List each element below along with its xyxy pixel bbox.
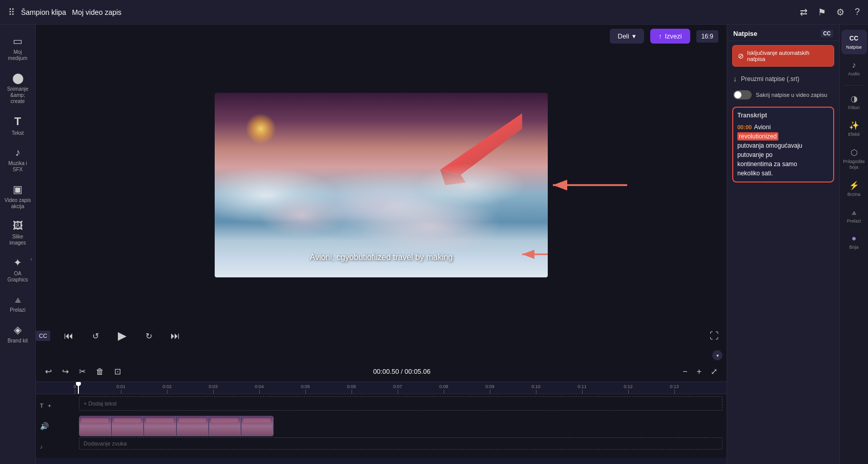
cc-button[interactable]: CC — [36, 331, 50, 341]
ruler-mark-8: 0:08 — [444, 382, 490, 394]
sidebar-label-transitions: Prelazi — [10, 307, 26, 313]
share-button[interactable]: Deli ▾ — [610, 29, 644, 44]
video-clip-group[interactable] — [79, 416, 274, 436]
video-preview[interactable]: Avioni, cgyobutiofiized travel by making — [215, 93, 548, 277]
help-icon[interactable]: ? — [855, 7, 860, 17]
audio-track-add-area[interactable]: Dodavanje zvuka — [79, 437, 722, 450]
timeline-scrollbar[interactable] — [36, 458, 727, 464]
filters-panel-icon: ◑ — [851, 94, 858, 104]
ruler-mark-13: 0:13 — [674, 382, 720, 394]
grid-icon[interactable]: ⠿ — [8, 7, 15, 18]
sidebar-item-video-action[interactable]: ▣ Video zapis akcija — [2, 179, 34, 214]
settings-icon[interactable]: ⚙ — [836, 7, 844, 18]
color-adjust-panel-icon: ⬡ — [851, 148, 858, 157]
time-display-text: 00:00.50 / 00:05.06 — [373, 368, 430, 375]
topbar-icons: ⇄ ⚑ ⚙ ? — [800, 7, 860, 18]
sidebar-item-images[interactable]: 🖼 Slike images — [2, 216, 34, 250]
rewind5-button[interactable]: ↺ — [87, 328, 104, 344]
sidebar-item-my-media[interactable]: ▭ Moj medijum — [2, 31, 34, 66]
timeline-collapse-button[interactable]: ▾ — [712, 350, 722, 360]
timeline-toolbar: ↩ ↪ ✂ 🗑 ⊡ 00:00.50 / 00:05.06 − + ⤢ — [36, 361, 727, 382]
clouds-extra — [225, 175, 538, 252]
play-button[interactable]: ▶ — [114, 328, 130, 344]
right-sidebar-item-transitions[interactable]: ⟁ Prelazi — [841, 204, 867, 228]
skip-back-icon: ⏮ — [64, 331, 73, 341]
flag-icon[interactable]: ⚑ — [818, 7, 826, 18]
sidebar-item-brand-kit[interactable]: ◈ Brand kit — [2, 319, 34, 348]
transcript-time: 00:00 — [737, 124, 752, 130]
add-audio-label: Dodavanje zvuka — [84, 440, 127, 447]
volume-icon: 🔊 — [40, 422, 49, 430]
disable-captions-button[interactable]: ⊘ Isključivanje automatskih natpisa — [732, 45, 834, 67]
fullscreen-button[interactable]: ⛶ — [706, 328, 722, 344]
sidebar-label-video-action: Video zapis akcija — [4, 197, 32, 210]
text-track-row: T + + Dodaj tekst — [36, 396, 727, 415]
aspect-ratio-button[interactable]: 16:9 — [696, 30, 718, 43]
clip-segment-5 — [209, 416, 241, 436]
right-sidebar-item-audio[interactable]: ♪ Audio — [841, 56, 867, 81]
redo-button[interactable]: ↪ — [59, 365, 72, 378]
transcript-word-5: kontinentima za samo — [737, 160, 797, 168]
share-link-icon[interactable]: ⇄ — [800, 7, 808, 18]
transcript-title: Transkript — [737, 112, 829, 119]
text-icon: T — [14, 115, 21, 128]
skip-forward-icon: ⏭ — [171, 331, 180, 341]
right-sidebar-item-filters[interactable]: ◑ Filtori — [841, 90, 867, 115]
sidebar-item-transitions[interactable]: ⟁ Prelazi — [2, 289, 34, 317]
undo-button[interactable]: ↩ — [42, 365, 55, 378]
duplicate-button[interactable]: ⊡ — [111, 365, 124, 378]
download-label: Preuzmi natpise (.srt) — [741, 75, 799, 83]
cut-button[interactable]: ✂ — [76, 365, 89, 378]
hide-captions-toggle[interactable] — [733, 90, 752, 99]
right-sidebar-item-captions[interactable]: CC Natpise — [841, 30, 867, 54]
effects-panel-label: Efekti — [848, 132, 860, 137]
brand-name: Šampion klipa — [21, 8, 66, 16]
download-icon: ↓ — [733, 75, 737, 83]
music-note-icon: ♪ — [40, 443, 43, 450]
transcript-content: 00:00 Avioni revolutionized putovanja om… — [737, 122, 829, 177]
captions-panel-icon: CC — [848, 34, 860, 43]
images-icon: 🖼 — [13, 220, 23, 232]
text-track-content[interactable]: + Dodaj tekst — [79, 396, 722, 415]
playhead-ruler — [78, 382, 79, 394]
right-panel: Natpise CC ⊘ Isključivanje automatskih n… — [727, 25, 839, 464]
download-srt-button[interactable]: ↓ Preuzmi natpise (.srt) — [727, 71, 839, 87]
export-button[interactable]: ↑ Izvezi — [650, 29, 690, 44]
delete-button[interactable]: 🗑 — [93, 365, 107, 378]
text-track-add-btn[interactable]: + — [46, 402, 54, 410]
video-toolbar: Deli ▾ ↑ Izvezi 16:9 — [36, 25, 727, 48]
video-controls: CC ⏮ ↺ ▶ ↻ ⏭ ⛶ — [36, 322, 727, 349]
zoom-in-button[interactable]: + — [694, 365, 705, 378]
transcript-section: Transkript 00:00 Avioni revolutionized p… — [732, 107, 834, 183]
play-icon: ▶ — [118, 329, 127, 342]
transcript-word-2-highlight: revolutionized — [737, 132, 778, 140]
right-sidebar-item-effects[interactable]: ✨ Efekti — [841, 116, 867, 142]
zoom-out-button[interactable]: − — [679, 365, 690, 378]
brand-kit-icon: ◈ — [14, 324, 22, 336]
audio-panel-label: Audio — [848, 71, 860, 77]
text-track-add-area[interactable]: + Dodaj tekst — [79, 396, 722, 411]
sun-glow — [245, 113, 276, 144]
sidebar-item-music[interactable]: ♪ Muzika i SFX — [2, 143, 34, 177]
audio-track-content[interactable]: Dodavanje zvuka — [79, 437, 722, 456]
forward5-button[interactable]: ↻ — [140, 328, 157, 344]
skip-forward-button[interactable]: ⏭ — [167, 328, 183, 344]
sidebar-item-record[interactable]: ⬤ Snimanje &amp; create — [2, 68, 34, 109]
fullscreen-icon: ⛶ — [710, 331, 719, 341]
ruler-mark-1: 0:01 — [121, 382, 167, 394]
ruler-mark-6: 0:06 — [352, 382, 398, 394]
zoom-controls: − + ⤢ — [679, 365, 720, 378]
right-sidebar-item-color[interactable]: ● Boja — [841, 230, 867, 254]
media-icon: ▭ — [13, 35, 23, 47]
text-track-label: T + — [40, 402, 77, 410]
right-sidebar-item-speed[interactable]: ⚡ Brzina — [841, 176, 867, 201]
topbar-title: Šampion klipa Moj video zapis — [21, 8, 121, 16]
skip-back-button[interactable]: ⏮ — [60, 328, 77, 344]
transitions-icon: ⟁ — [15, 293, 21, 305]
expand-timeline-button[interactable]: ⤢ — [708, 365, 720, 378]
right-sidebar-item-color-adjust[interactable]: ⬡ Prilagodite boja — [841, 144, 867, 174]
clip-segment-2 — [112, 416, 143, 436]
sidebar-label-brand-kit: Brand kit — [8, 338, 28, 344]
sidebar-item-text[interactable]: T Tekst — [2, 111, 34, 140]
sidebar-item-graphics[interactable]: ✦ OA Graphics › — [2, 252, 34, 287]
